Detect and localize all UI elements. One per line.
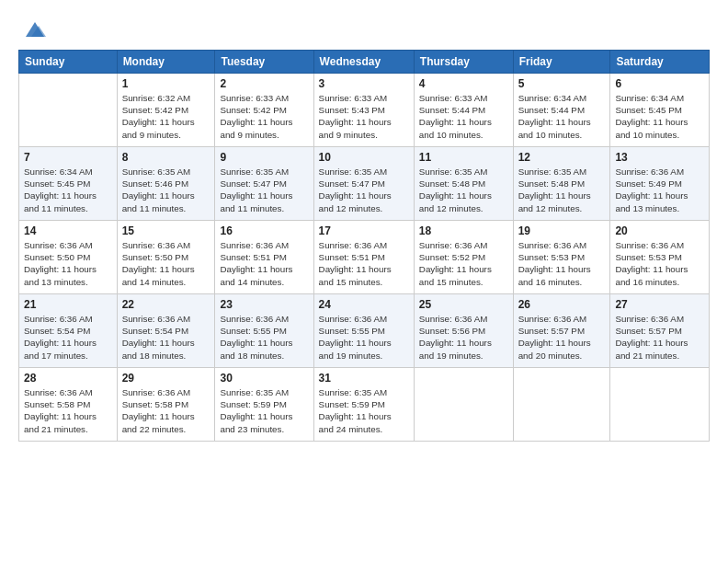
day-info: Sunrise: 6:36 AM Sunset: 5:56 PM Dayligh… bbox=[419, 313, 508, 362]
calendar-cell: 4Sunrise: 6:33 AM Sunset: 5:44 PM Daylig… bbox=[414, 74, 513, 147]
calendar-cell: 6Sunrise: 6:34 AM Sunset: 5:45 PM Daylig… bbox=[610, 74, 710, 147]
calendar-cell: 28Sunrise: 6:36 AM Sunset: 5:58 PM Dayli… bbox=[19, 368, 118, 442]
day-number: 24 bbox=[319, 298, 409, 311]
day-number: 15 bbox=[122, 224, 210, 237]
calendar-cell: 5Sunrise: 6:34 AM Sunset: 5:44 PM Daylig… bbox=[513, 74, 610, 147]
day-number: 30 bbox=[220, 372, 308, 385]
calendar-cell: 14Sunrise: 6:36 AM Sunset: 5:50 PM Dayli… bbox=[19, 221, 118, 294]
day-number: 16 bbox=[220, 224, 308, 237]
day-info: Sunrise: 6:35 AM Sunset: 5:59 PM Dayligh… bbox=[220, 386, 308, 435]
day-info: Sunrise: 6:36 AM Sunset: 5:53 PM Dayligh… bbox=[518, 239, 606, 288]
calendar-cell: 22Sunrise: 6:36 AM Sunset: 5:54 PM Dayli… bbox=[117, 294, 215, 368]
day-info: Sunrise: 6:35 AM Sunset: 5:59 PM Dayligh… bbox=[319, 386, 409, 435]
day-number: 26 bbox=[518, 298, 606, 311]
calendar-cell: 19Sunrise: 6:36 AM Sunset: 5:53 PM Dayli… bbox=[513, 221, 610, 294]
calendar-week-row: 28Sunrise: 6:36 AM Sunset: 5:58 PM Dayli… bbox=[19, 368, 710, 442]
calendar-cell: 31Sunrise: 6:35 AM Sunset: 5:59 PM Dayli… bbox=[313, 368, 414, 442]
day-info: Sunrise: 6:36 AM Sunset: 5:51 PM Dayligh… bbox=[220, 239, 308, 288]
day-number: 31 bbox=[319, 372, 409, 385]
weekday-header: Saturday bbox=[610, 51, 710, 74]
day-info: Sunrise: 6:36 AM Sunset: 5:50 PM Dayligh… bbox=[24, 239, 112, 288]
calendar-cell: 2Sunrise: 6:33 AM Sunset: 5:42 PM Daylig… bbox=[215, 74, 313, 147]
day-info: Sunrise: 6:33 AM Sunset: 5:44 PM Dayligh… bbox=[419, 92, 508, 141]
weekday-header: Thursday bbox=[414, 51, 513, 74]
calendar-week-row: 14Sunrise: 6:36 AM Sunset: 5:50 PM Dayli… bbox=[19, 221, 710, 294]
weekday-header: Monday bbox=[117, 51, 215, 74]
day-number: 18 bbox=[419, 224, 508, 237]
calendar-cell: 29Sunrise: 6:36 AM Sunset: 5:58 PM Dayli… bbox=[117, 368, 215, 442]
page: SundayMondayTuesdayWednesdayThursdayFrid… bbox=[0, 0, 728, 563]
calendar-cell: 11Sunrise: 6:35 AM Sunset: 5:48 PM Dayli… bbox=[414, 147, 513, 221]
calendar-cell bbox=[19, 74, 118, 147]
day-number: 12 bbox=[518, 151, 606, 164]
day-info: Sunrise: 6:36 AM Sunset: 5:58 PM Dayligh… bbox=[122, 386, 210, 435]
day-number: 22 bbox=[122, 298, 210, 311]
day-info: Sunrise: 6:33 AM Sunset: 5:42 PM Dayligh… bbox=[220, 92, 308, 141]
day-number: 28 bbox=[24, 372, 112, 385]
calendar-cell: 12Sunrise: 6:35 AM Sunset: 5:48 PM Dayli… bbox=[513, 147, 610, 221]
calendar-cell: 8Sunrise: 6:35 AM Sunset: 5:46 PM Daylig… bbox=[117, 147, 215, 221]
day-info: Sunrise: 6:36 AM Sunset: 5:55 PM Dayligh… bbox=[220, 313, 308, 362]
weekday-header: Friday bbox=[513, 51, 610, 74]
calendar-cell: 3Sunrise: 6:33 AM Sunset: 5:43 PM Daylig… bbox=[313, 74, 414, 147]
calendar-table: SundayMondayTuesdayWednesdayThursdayFrid… bbox=[18, 50, 710, 442]
calendar-cell: 1Sunrise: 6:32 AM Sunset: 5:42 PM Daylig… bbox=[117, 74, 215, 147]
day-number: 1 bbox=[122, 77, 210, 90]
calendar-cell: 27Sunrise: 6:36 AM Sunset: 5:57 PM Dayli… bbox=[610, 294, 710, 368]
calendar-cell: 20Sunrise: 6:36 AM Sunset: 5:53 PM Dayli… bbox=[610, 221, 710, 294]
weekday-header: Sunday bbox=[19, 51, 118, 74]
calendar-cell: 9Sunrise: 6:35 AM Sunset: 5:47 PM Daylig… bbox=[215, 147, 313, 221]
day-info: Sunrise: 6:35 AM Sunset: 5:46 PM Dayligh… bbox=[122, 166, 210, 214]
calendar-cell bbox=[414, 368, 513, 442]
day-info: Sunrise: 6:36 AM Sunset: 5:53 PM Dayligh… bbox=[615, 239, 704, 288]
day-number: 6 bbox=[615, 77, 704, 90]
calendar-cell: 15Sunrise: 6:36 AM Sunset: 5:50 PM Dayli… bbox=[117, 221, 215, 294]
weekday-header: Wednesday bbox=[313, 51, 414, 74]
calendar-cell: 7Sunrise: 6:34 AM Sunset: 5:45 PM Daylig… bbox=[19, 147, 118, 221]
calendar-cell: 23Sunrise: 6:36 AM Sunset: 5:55 PM Dayli… bbox=[215, 294, 313, 368]
calendar-cell: 25Sunrise: 6:36 AM Sunset: 5:56 PM Dayli… bbox=[414, 294, 513, 368]
day-number: 13 bbox=[615, 151, 704, 164]
calendar-cell: 18Sunrise: 6:36 AM Sunset: 5:52 PM Dayli… bbox=[414, 221, 513, 294]
day-info: Sunrise: 6:34 AM Sunset: 5:44 PM Dayligh… bbox=[518, 92, 606, 141]
day-info: Sunrise: 6:36 AM Sunset: 5:55 PM Dayligh… bbox=[319, 313, 409, 362]
calendar-cell bbox=[513, 368, 610, 442]
calendar-week-row: 1Sunrise: 6:32 AM Sunset: 5:42 PM Daylig… bbox=[19, 74, 710, 147]
day-info: Sunrise: 6:36 AM Sunset: 5:51 PM Dayligh… bbox=[319, 239, 409, 288]
day-info: Sunrise: 6:35 AM Sunset: 5:47 PM Dayligh… bbox=[319, 166, 409, 214]
calendar-week-row: 7Sunrise: 6:34 AM Sunset: 5:45 PM Daylig… bbox=[19, 147, 710, 221]
weekday-header: Tuesday bbox=[215, 51, 313, 74]
calendar-cell: 30Sunrise: 6:35 AM Sunset: 5:59 PM Dayli… bbox=[215, 368, 313, 442]
weekday-header-row: SundayMondayTuesdayWednesdayThursdayFrid… bbox=[19, 51, 710, 74]
day-number: 14 bbox=[24, 224, 112, 237]
calendar-cell: 24Sunrise: 6:36 AM Sunset: 5:55 PM Dayli… bbox=[313, 294, 414, 368]
day-info: Sunrise: 6:36 AM Sunset: 5:50 PM Dayligh… bbox=[122, 239, 210, 288]
header bbox=[18, 17, 710, 42]
day-info: Sunrise: 6:36 AM Sunset: 5:52 PM Dayligh… bbox=[419, 239, 508, 288]
logo bbox=[18, 17, 48, 42]
day-number: 29 bbox=[122, 372, 210, 385]
day-info: Sunrise: 6:36 AM Sunset: 5:57 PM Dayligh… bbox=[615, 313, 704, 362]
day-number: 4 bbox=[419, 77, 508, 90]
day-info: Sunrise: 6:33 AM Sunset: 5:43 PM Dayligh… bbox=[319, 92, 409, 141]
day-number: 19 bbox=[518, 224, 606, 237]
day-number: 17 bbox=[319, 224, 409, 237]
day-info: Sunrise: 6:36 AM Sunset: 5:54 PM Dayligh… bbox=[24, 313, 112, 362]
day-number: 5 bbox=[518, 77, 606, 90]
day-number: 2 bbox=[220, 77, 308, 90]
calendar-cell: 21Sunrise: 6:36 AM Sunset: 5:54 PM Dayli… bbox=[19, 294, 118, 368]
calendar-cell: 16Sunrise: 6:36 AM Sunset: 5:51 PM Dayli… bbox=[215, 221, 313, 294]
day-info: Sunrise: 6:36 AM Sunset: 5:54 PM Dayligh… bbox=[122, 313, 210, 362]
day-number: 27 bbox=[615, 298, 704, 311]
day-number: 8 bbox=[122, 151, 210, 164]
calendar-cell: 26Sunrise: 6:36 AM Sunset: 5:57 PM Dayli… bbox=[513, 294, 610, 368]
day-info: Sunrise: 6:35 AM Sunset: 5:48 PM Dayligh… bbox=[518, 166, 606, 214]
day-info: Sunrise: 6:34 AM Sunset: 5:45 PM Dayligh… bbox=[24, 166, 112, 214]
day-info: Sunrise: 6:35 AM Sunset: 5:47 PM Dayligh… bbox=[220, 166, 308, 214]
day-info: Sunrise: 6:35 AM Sunset: 5:48 PM Dayligh… bbox=[419, 166, 508, 214]
logo-icon bbox=[22, 17, 48, 42]
day-number: 3 bbox=[319, 77, 409, 90]
day-number: 21 bbox=[24, 298, 112, 311]
day-info: Sunrise: 6:34 AM Sunset: 5:45 PM Dayligh… bbox=[615, 92, 704, 141]
day-number: 25 bbox=[419, 298, 508, 311]
